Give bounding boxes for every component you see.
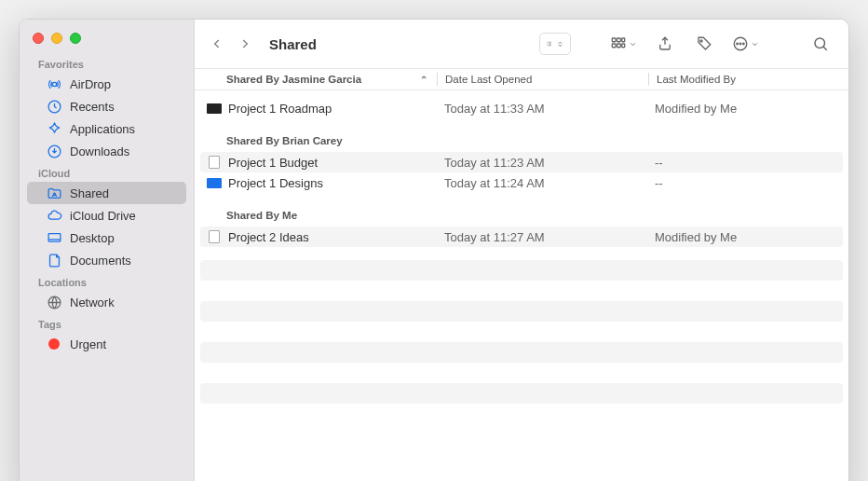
- svg-rect-8: [622, 38, 625, 42]
- window-title: Shared: [269, 36, 317, 52]
- column-date[interactable]: Date Last Opened: [438, 74, 648, 85]
- sidebar-item-label: Desktop: [70, 231, 115, 245]
- sidebar-section-tags: Tags: [20, 313, 194, 333]
- sort-ascending-icon: ⌃: [420, 75, 427, 85]
- file-icon: [206, 176, 223, 189]
- shared-folder-icon: [46, 185, 62, 201]
- placeholder-row: [200, 342, 843, 363]
- file-icon: [206, 156, 223, 169]
- file-date: Today at 11:24 AM: [437, 176, 647, 190]
- window-controls: [20, 27, 194, 53]
- search-icon: [812, 35, 829, 52]
- sidebar-item-applications[interactable]: Applications: [27, 117, 186, 140]
- clock-icon: [46, 98, 62, 115]
- file-modified-by: Modified by Me: [647, 230, 843, 244]
- group-header: Shared By Me: [195, 193, 848, 227]
- file-date: Today at 11:27 AM: [437, 230, 647, 244]
- toolbar: Shared: [195, 20, 848, 68]
- tag-dot-icon: [46, 336, 62, 352]
- finder-window: Favorites AirDrop Recents Applications D…: [19, 19, 849, 481]
- file-row[interactable]: Project 1 Designs Today at 11:24 AM --: [195, 172, 848, 193]
- svg-rect-10: [617, 44, 621, 48]
- desktop-icon: [46, 229, 62, 246]
- airdrop-icon: [46, 76, 62, 92]
- placeholder-row: [200, 383, 843, 404]
- svg-point-0: [52, 82, 56, 86]
- svg-rect-11: [622, 44, 625, 48]
- sidebar-item-documents[interactable]: Documents: [27, 249, 186, 271]
- sidebar-section-locations: Locations: [20, 271, 194, 291]
- column-name[interactable]: Shared By Jasmine Garcia ⌃: [195, 74, 437, 85]
- tags-button[interactable]: [687, 32, 721, 56]
- apps-icon: [46, 120, 62, 137]
- download-icon: [46, 143, 62, 159]
- tag-icon: [696, 35, 712, 52]
- svg-point-14: [737, 43, 739, 45]
- main-panel: Shared: [195, 20, 848, 481]
- sidebar-item-label: Network: [70, 295, 115, 309]
- group-header: Shared By Brian Carey: [195, 118, 848, 152]
- file-list: Project 1 Roadmap Today at 11:33 AM Modi…: [195, 90, 848, 481]
- group-by-button[interactable]: [604, 32, 643, 56]
- forward-button[interactable]: [234, 33, 256, 55]
- network-icon: [46, 294, 62, 310]
- file-date: Today at 11:23 AM: [437, 156, 647, 170]
- column-modified[interactable]: Last Modified By: [649, 74, 848, 85]
- sidebar-item-label: Urgent: [70, 337, 106, 351]
- share-icon: [657, 35, 673, 52]
- sidebar-item-label: Documents: [70, 254, 131, 268]
- svg-rect-7: [617, 38, 621, 42]
- close-button[interactable]: [33, 33, 44, 44]
- file-row[interactable]: Project 2 Ideas Today at 11:27 AM Modifi…: [200, 227, 843, 247]
- sidebar-section-favorites: Favorites: [20, 53, 194, 73]
- sidebar-item-icloud-drive[interactable]: iCloud Drive: [27, 204, 186, 227]
- svg-rect-9: [612, 44, 616, 48]
- documents-icon: [46, 252, 62, 268]
- svg-rect-6: [612, 38, 616, 42]
- sidebar-item-label: Downloads: [70, 144, 129, 158]
- placeholder-rows: [195, 260, 848, 404]
- chevron-down-icon: [751, 40, 759, 48]
- file-modified-by: Modified by Me: [647, 102, 848, 116]
- actions-button[interactable]: [726, 32, 765, 56]
- more-icon: [732, 35, 749, 52]
- file-icon: [206, 102, 223, 115]
- svg-rect-4: [48, 233, 61, 240]
- file-name: Project 1 Designs: [228, 176, 323, 190]
- minimize-button[interactable]: [51, 33, 62, 44]
- chevron-down-icon: [629, 40, 637, 48]
- sidebar-item-downloads[interactable]: Downloads: [27, 140, 186, 162]
- fullscreen-button[interactable]: [70, 33, 81, 44]
- file-modified-by: --: [647, 156, 843, 170]
- sidebar-item-network[interactable]: Network: [27, 291, 186, 313]
- sidebar-item-recents[interactable]: Recents: [27, 95, 186, 117]
- file-name: Project 1 Budget: [228, 156, 318, 170]
- file-name: Project 2 Ideas: [228, 230, 309, 244]
- file-date: Today at 11:33 AM: [437, 102, 647, 116]
- updown-icon: [556, 40, 564, 48]
- svg-point-17: [815, 38, 825, 48]
- file-row[interactable]: Project 1 Budget Today at 11:23 AM --: [200, 152, 843, 172]
- file-name: Project 1 Roadmap: [228, 102, 332, 116]
- sidebar-item-label: iCloud Drive: [70, 209, 136, 223]
- sidebar-section-icloud: iCloud: [20, 162, 194, 182]
- placeholder-row: [200, 260, 843, 281]
- svg-point-12: [700, 40, 702, 42]
- sidebar-item-label: Applications: [70, 122, 135, 136]
- share-button[interactable]: [648, 32, 682, 56]
- grid-icon: [610, 35, 627, 52]
- sidebar-item-airdrop[interactable]: AirDrop: [27, 73, 186, 95]
- cloud-icon: [46, 207, 62, 224]
- view-switcher[interactable]: [539, 33, 571, 55]
- sidebar-item-tag-urgent[interactable]: Urgent: [27, 333, 186, 355]
- file-icon: [206, 230, 223, 243]
- search-button[interactable]: [804, 32, 837, 56]
- file-row[interactable]: Project 1 Roadmap Today at 11:33 AM Modi…: [195, 98, 848, 118]
- sidebar-item-shared[interactable]: Shared: [27, 182, 186, 204]
- sidebar: Favorites AirDrop Recents Applications D…: [20, 20, 195, 481]
- columns-header: Shared By Jasmine Garcia ⌃ Date Last Ope…: [195, 68, 848, 90]
- back-button[interactable]: [206, 33, 228, 55]
- file-modified-by: --: [647, 176, 848, 190]
- sidebar-item-desktop[interactable]: Desktop: [27, 227, 186, 249]
- sidebar-item-label: Shared: [70, 186, 109, 200]
